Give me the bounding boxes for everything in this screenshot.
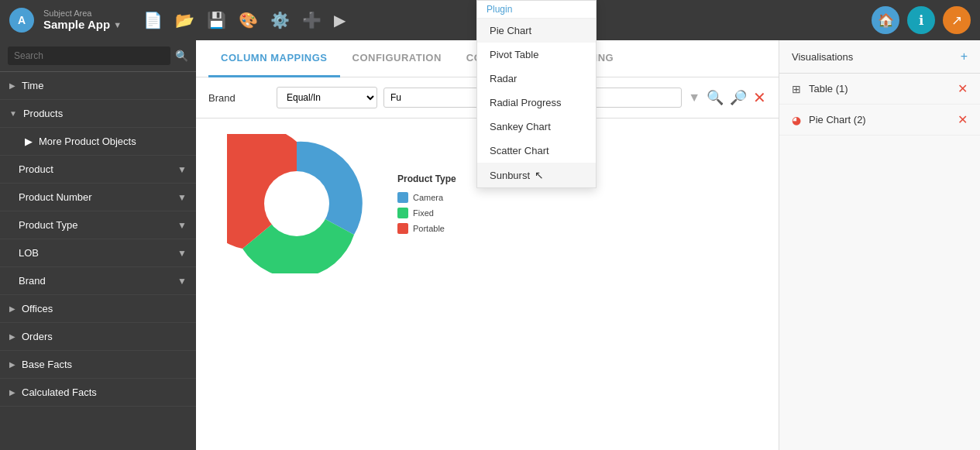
dropdown-item-pivot-table[interactable]: Pivot Table: [477, 43, 596, 67]
sidebar-item-base-facts[interactable]: ▶ Base Facts: [0, 351, 196, 379]
sidebar-item-brand[interactable]: Brand ▼: [0, 267, 196, 295]
sidebar-item-products[interactable]: ▼ Products: [0, 100, 196, 128]
dropdown-item-scatter-chart[interactable]: Scatter Chart: [477, 139, 596, 163]
search-filter-icon[interactable]: 🔍: [707, 89, 724, 106]
dropdown-item-radar[interactable]: Radar: [477, 67, 596, 91]
tab-configuration[interactable]: CONFIGURATION: [340, 40, 454, 77]
add-visualisation-button[interactable]: +: [961, 50, 968, 64]
tab-column-mappings[interactable]: COLUMN MAPPINGS: [208, 40, 340, 77]
legend-label-portable: Portable: [413, 224, 445, 233]
legend-item-fixed: Fixed: [397, 208, 456, 218]
dropdown-item-sankey-chart[interactable]: Sankey Chart: [477, 115, 596, 139]
sidebar-search-container: 🔍: [0, 40, 196, 72]
dropdown-item-sunburst[interactable]: Sunburst ↖: [477, 163, 596, 187]
viz-item-table: ⊞ Table (1) ✕: [779, 74, 980, 105]
sidebar-item-more-product-objects[interactable]: ▶ More Product Objects: [0, 128, 196, 156]
sidebar-label-product-type: Product Type: [19, 219, 171, 231]
subject-area-label: Subject Area: [43, 9, 122, 18]
sidebar-label-orders: Orders: [22, 331, 187, 342]
add-icon[interactable]: ➕: [302, 11, 322, 29]
legend-item-portable: Portable: [397, 223, 456, 234]
dropdown-header: Plugin: [477, 1, 596, 19]
legend-color-portable: [397, 223, 408, 234]
remove-pie-viz-button[interactable]: ✕: [958, 112, 968, 127]
settings-icon[interactable]: ⚙️: [270, 11, 290, 29]
right-panel-header: Visualisations +: [779, 40, 980, 74]
search-icon[interactable]: 🔍: [175, 50, 188, 62]
sidebar-item-product-number[interactable]: Product Number ▼: [0, 184, 196, 211]
pie-viz-icon: ◕: [792, 114, 801, 126]
app-dropdown-chevron[interactable]: ▼: [113, 20, 122, 29]
sidebar-item-orders[interactable]: ▶ Orders: [0, 323, 196, 351]
magnify-icon[interactable]: 🔎: [730, 89, 747, 106]
chevron-down-icon: ▼: [9, 109, 17, 118]
remove-table-viz-button[interactable]: ✕: [958, 81, 968, 96]
legend-color-camera: [397, 192, 408, 203]
remove-filter-icon[interactable]: ✕: [753, 88, 766, 107]
subject-area-container: Subject Area Sample App ▼: [43, 9, 122, 31]
sidebar-label-more-product-objects: More Product Objects: [39, 136, 187, 147]
viz-label-pie[interactable]: Pie Chart (2): [809, 114, 950, 125]
legend-label-fixed: Fixed: [413, 208, 434, 218]
right-panel: Visualisations + ⊞ Table (1) ✕ ◕ Pie Cha…: [779, 40, 980, 450]
dropdown-arrow-icon[interactable]: ▼: [688, 91, 700, 105]
sidebar-label-products: Products: [23, 108, 187, 119]
sidebar-item-lob[interactable]: LOB ▼: [0, 239, 196, 267]
sidebar-label-product-number: Product Number: [19, 191, 171, 203]
chevron-right-icon-2: ▶: [25, 136, 33, 147]
share-button[interactable]: ↗: [943, 6, 971, 34]
toolbar-icons: 📄 📂 💾 🎨 ⚙️ ➕ ▶: [143, 11, 346, 29]
viz-label-table[interactable]: Table (1): [809, 83, 950, 94]
chevron-right-icon-offices: ▶: [9, 304, 15, 313]
filter-icon-brand[interactable]: ▼: [177, 276, 187, 287]
plugin-dropdown-menu[interactable]: Plugin Pie Chart Pivot Table Radar Radia…: [476, 0, 597, 188]
chevron-right-icon: ▶: [9, 81, 15, 90]
home-button[interactable]: 🏠: [872, 6, 899, 34]
chevron-right-icon-base-facts: ▶: [9, 360, 15, 369]
chevron-right-icon-orders: ▶: [9, 332, 15, 341]
filter-field-label: Brand: [208, 92, 270, 104]
pie-chart-container: Product Type Camera Fixed Portable: [211, 134, 456, 273]
sidebar-item-product-type[interactable]: Product Type ▼: [0, 211, 196, 239]
visualisations-title: Visualisations: [792, 51, 853, 63]
sidebar-label-base-facts: Base Facts: [22, 359, 187, 370]
sidebar-item-calculated-facts[interactable]: ▶ Calculated Facts: [0, 379, 196, 407]
chevron-right-icon-calculated-facts: ▶: [9, 388, 15, 397]
new-document-icon[interactable]: 📄: [143, 11, 163, 29]
play-icon[interactable]: ▶: [334, 11, 346, 29]
sidebar-label-product: Product: [19, 163, 171, 175]
save-icon[interactable]: 💾: [207, 11, 226, 29]
sidebar-item-offices[interactable]: ▶ Offices: [0, 295, 196, 323]
app-name: Sample App: [43, 18, 110, 31]
filter-operator-select[interactable]: Equal/In: [277, 87, 377, 108]
app-logo: A: [9, 8, 34, 33]
sidebar: 🔍 ▶ Time ▼ Products ▶ More Product Objec…: [0, 40, 196, 450]
palette-icon[interactable]: 🎨: [239, 11, 258, 29]
dropdown-item-pie-chart[interactable]: Pie Chart: [477, 19, 596, 43]
filter-actions: ▼ 🔍 🔎 ✕: [688, 88, 766, 107]
donut-chart-svg: [227, 134, 366, 273]
filter-icon-lob[interactable]: ▼: [177, 248, 187, 259]
sidebar-label-lob: LOB: [19, 247, 171, 259]
legend-item-camera: Camera: [397, 192, 456, 203]
dropdown-item-radial-progress[interactable]: Radial Progress: [477, 91, 596, 115]
table-viz-icon: ⊞: [792, 83, 801, 95]
filter-icon-product[interactable]: ▼: [177, 164, 187, 175]
filter-icon-product-type[interactable]: ▼: [177, 220, 187, 231]
legend-color-fixed: [397, 208, 408, 218]
info-button[interactable]: ℹ: [907, 6, 935, 34]
sidebar-label-time: Time: [22, 80, 187, 91]
viz-item-pie: ◕ Pie Chart (2) ✕: [779, 105, 980, 136]
sidebar-item-time[interactable]: ▶ Time: [0, 72, 196, 100]
search-input[interactable]: [8, 46, 170, 65]
svg-point-0: [264, 171, 329, 236]
sidebar-label-calculated-facts: Calculated Facts: [22, 386, 187, 398]
sidebar-item-product[interactable]: Product ▼: [0, 156, 196, 184]
filter-icon-product-number[interactable]: ▼: [177, 192, 187, 203]
dropdown-label-sunburst: Sunburst: [490, 170, 530, 181]
open-folder-icon[interactable]: 📂: [175, 11, 194, 29]
topbar-right: 🏠 ℹ ↗: [872, 6, 971, 34]
cursor-icon: ↖: [535, 169, 544, 181]
sidebar-label-offices: Offices: [22, 303, 187, 314]
sidebar-label-brand: Brand: [19, 275, 171, 287]
